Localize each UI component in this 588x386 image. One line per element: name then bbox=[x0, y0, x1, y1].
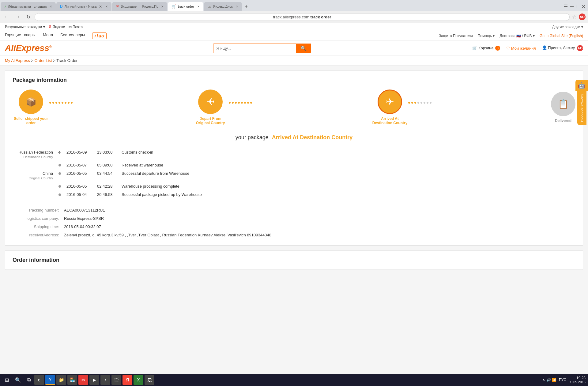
dot bbox=[241, 102, 243, 104]
tab-mail[interactable]: ✉ Входящие — Яндекс.Почта ✕ bbox=[112, 2, 167, 11]
logo[interactable]: AliExpress® bbox=[5, 43, 52, 53]
refresh-button[interactable]: ↻ bbox=[24, 13, 32, 21]
breadcrumb-order-list[interactable]: Order List bbox=[34, 58, 52, 63]
dot bbox=[52, 102, 54, 104]
receiver-address-row: receiverAddress: Zelenyi proezd, d. 45 k… bbox=[13, 231, 575, 239]
dots-2 bbox=[229, 102, 252, 104]
browser-menu-button[interactable]: ☰ bbox=[564, 4, 568, 10]
dot bbox=[58, 102, 60, 104]
step-label-depart: Depart From Original Country bbox=[192, 117, 229, 125]
cart-icon[interactable]: 🛒 Корзина 0 bbox=[472, 46, 500, 51]
address-bar[interactable]: track.aliexpress.com track order bbox=[35, 13, 570, 21]
tab-track-order[interactable]: 🛒 track order ✕ bbox=[168, 2, 203, 11]
tracking-bullet: ✈ bbox=[55, 148, 64, 161]
dot bbox=[247, 102, 249, 104]
breadcrumb-home[interactable]: My AliExpress bbox=[5, 58, 30, 63]
shipping-time-label: Shipping time: bbox=[13, 223, 62, 231]
tracking-date: 2016-05-09 bbox=[64, 148, 95, 161]
back-button[interactable]: ← bbox=[2, 13, 11, 20]
robot-icon[interactable]: 🤖 bbox=[575, 80, 588, 91]
tab-close-mail[interactable]: ✕ bbox=[161, 5, 164, 8]
hot-goods-nav[interactable]: Горящие товары bbox=[5, 32, 36, 39]
sec-nav-right: Защита Покупателя Помощь ▾ Доставка 🇷🇺 /… bbox=[439, 34, 583, 38]
tracking-time: 20:46:58 bbox=[95, 190, 119, 199]
mail-nav[interactable]: ✉ Почта bbox=[69, 25, 83, 29]
dot-inactive bbox=[420, 102, 422, 104]
dot bbox=[71, 102, 73, 104]
bookmark-button[interactable]: ☆ bbox=[572, 14, 576, 20]
minimize-button[interactable]: ─ bbox=[570, 4, 574, 9]
shipping-time-row: Shipping time: 2016-05-04 00:32:07 bbox=[13, 223, 575, 231]
buyer-protection-nav[interactable]: Защита Покупателя bbox=[439, 34, 473, 38]
connector-1 bbox=[49, 102, 192, 104]
close-button[interactable]: ✕ bbox=[582, 4, 586, 10]
tracking-event: Warehouse processing complete bbox=[119, 182, 575, 190]
side-widget[interactable]: Частые вопросы bbox=[577, 91, 586, 125]
step-delivered: 📋 Delivered bbox=[551, 92, 575, 123]
yandex-nav[interactable]: Я Яндекс bbox=[49, 25, 65, 29]
search-bar: 🔍 bbox=[213, 44, 311, 53]
receiver-address-value: Zelenyi proezd, d. 45 korp.3 kv.59 , ,Tv… bbox=[62, 231, 575, 239]
dots-1 bbox=[49, 102, 73, 104]
dot bbox=[238, 102, 240, 104]
dot-inactive bbox=[427, 102, 428, 104]
logistics-company-label: logistics company: bbox=[13, 214, 62, 223]
dot bbox=[408, 102, 410, 104]
status-highlight: Arrived At Destination Country bbox=[272, 134, 352, 140]
dot bbox=[65, 102, 66, 104]
mall-nav[interactable]: Молл bbox=[43, 32, 53, 39]
top-nav-bar: Визуальные закладки ▾ Я Яндекс ✉ Почта Д… bbox=[0, 23, 588, 31]
breadcrumb-current: Track Order bbox=[56, 58, 77, 63]
tab-music[interactable]: ♪ Лёгкая музыка - слушать он... ✕ bbox=[1, 2, 56, 11]
new-tab-button[interactable]: + bbox=[242, 2, 251, 10]
delivery-nav[interactable]: Доставка 🇷🇺 / RUB ▾ bbox=[499, 34, 535, 38]
receiver-address-label: receiverAddress: bbox=[13, 231, 62, 239]
search-button[interactable]: 🔍 bbox=[296, 44, 311, 53]
tracking-row: 2016-05-0502:42:28Warehouse processing c… bbox=[13, 182, 575, 190]
search-input[interactable] bbox=[213, 44, 296, 53]
tab-close-track[interactable]: ✕ bbox=[197, 5, 200, 8]
step-circle-depart: ✈ bbox=[198, 90, 223, 114]
tracking-bullet bbox=[55, 169, 64, 182]
main-content: Package information 📦 Seller shipped you… bbox=[0, 66, 588, 293]
step-label-seller: Seller shipped your order bbox=[13, 117, 49, 125]
step-arrived: ✈ Arrived At Destination Country bbox=[371, 90, 408, 125]
tab-close-disk[interactable]: ✕ bbox=[236, 5, 238, 8]
bestsellers-nav[interactable]: Бестселлеры bbox=[60, 32, 85, 39]
tracking-time: 05:09:00 bbox=[95, 161, 119, 169]
logistics-company-row: logistics company: Russia Express-SPSR bbox=[13, 214, 575, 223]
global-site-nav[interactable]: Go to Global Site (English) bbox=[540, 34, 583, 38]
dot bbox=[411, 102, 413, 104]
package-info-card: Package information 📦 Seller shipped you… bbox=[5, 71, 583, 246]
other-bookmarks[interactable]: Другие закладки ▾ bbox=[552, 25, 583, 29]
tracking-table: Russian FederationDestination Country✈20… bbox=[13, 148, 575, 199]
secondary-nav: Горящие товары Молл Бестселлеры iTao Защ… bbox=[0, 31, 588, 41]
visual-bookmarks[interactable]: Визуальные закладки ▾ bbox=[5, 25, 45, 29]
tab-close-nissan[interactable]: ✕ bbox=[105, 5, 108, 8]
user-profile[interactable]: 👤 Привет, Alexey AO bbox=[542, 45, 583, 51]
tracking-country bbox=[13, 182, 55, 190]
user-avatar-badge: AO bbox=[577, 45, 583, 51]
tracking-date: 2016-05-05 bbox=[64, 169, 95, 182]
dot-inactive bbox=[430, 102, 432, 104]
tab-close-music[interactable]: ✕ bbox=[50, 5, 52, 8]
address-domain: track.aliexpress.com bbox=[273, 15, 309, 19]
dots-3 bbox=[408, 102, 432, 104]
tracking-row: ChinaOriginal Country2016-05-0503:44:54S… bbox=[13, 169, 575, 182]
tracking-event: Successful departure from Warehouse bbox=[119, 169, 575, 182]
order-info-card: Order information bbox=[5, 250, 583, 270]
side-widget-container: 🤖 Частые вопросы bbox=[575, 80, 588, 125]
maximize-button[interactable]: □ bbox=[576, 4, 579, 9]
help-nav[interactable]: Помощь ▾ bbox=[478, 34, 495, 38]
tracking-time: 13:03:00 bbox=[95, 148, 119, 161]
dot-inactive bbox=[424, 102, 425, 104]
step-circle-arrived: ✈ bbox=[378, 90, 402, 114]
dot bbox=[68, 102, 70, 104]
tab-nissan[interactable]: D Личный опыт › Nissan X-Tra... ✕ bbox=[56, 2, 111, 11]
forward-button[interactable]: → bbox=[13, 13, 22, 20]
order-info-title: Order information bbox=[13, 257, 575, 263]
tab-disk[interactable]: ☁ Яндекс.Диск ✕ bbox=[204, 2, 242, 11]
wishlist-button[interactable]: ♡ Мои желания bbox=[506, 46, 536, 51]
itao-logo[interactable]: iTao bbox=[92, 32, 106, 39]
dot bbox=[414, 102, 416, 104]
